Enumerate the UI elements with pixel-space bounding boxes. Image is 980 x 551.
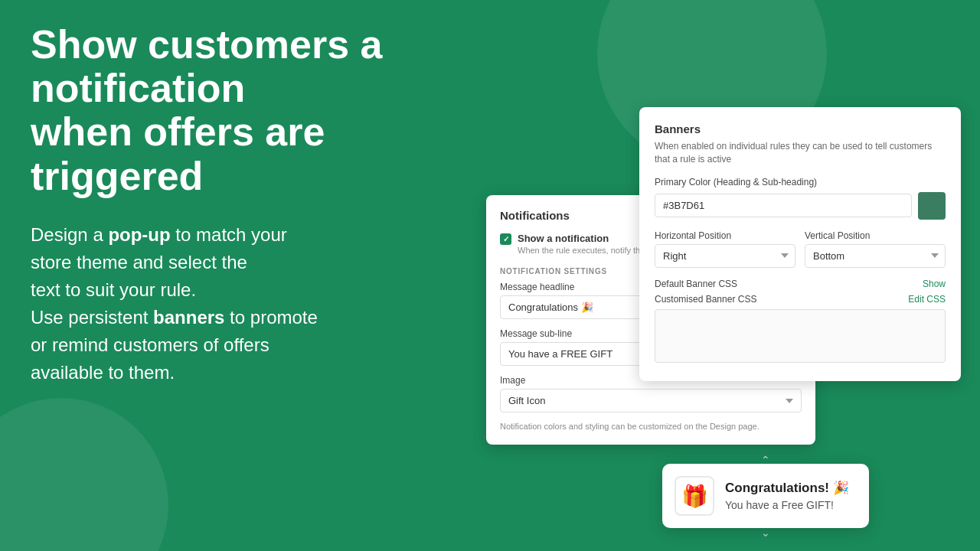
show-css-link[interactable]: Show <box>923 279 946 289</box>
body-text: Design a pop-up to match your store them… <box>31 221 475 386</box>
popup-headline: Congratulations! 🎉 <box>725 481 857 496</box>
hero-section: Show customers a notification when offer… <box>31 23 475 386</box>
info-text: Notification colors and styling can be c… <box>500 422 802 431</box>
customised-css-label: Customised Banner CSS <box>655 294 756 305</box>
main-heading: Show customers a notification when offer… <box>31 23 475 198</box>
show-notification-label: Show a notification <box>518 233 658 244</box>
chevron-down-icon: ⌄ <box>761 527 770 539</box>
default-css-label: Default Banner CSS <box>655 279 737 289</box>
primary-color-row <box>655 192 946 220</box>
primary-color-label: Primary Color (Heading & Sub-heading) <box>655 177 946 187</box>
popup-top-chevrons: ⌃ <box>761 455 770 465</box>
popup-subline: You have a Free GIFT! <box>725 499 857 511</box>
color-swatch[interactable] <box>918 192 946 220</box>
vertical-position-label: Vertical Position <box>805 230 946 241</box>
show-notification-text-group: Show a notification When the rule execut… <box>518 233 658 255</box>
show-notification-sub: When the rule executes, notify the c... <box>518 246 658 255</box>
default-css-row: Default Banner CSS Show <box>655 279 946 289</box>
css-textarea[interactable] <box>655 309 946 363</box>
show-notification-checkbox[interactable] <box>500 233 511 245</box>
bg-decoration-circle-bottom <box>0 398 168 551</box>
chevron-up-icon: ⌃ <box>761 455 770 465</box>
vertical-position-select[interactable]: Bottom Top <box>805 244 946 268</box>
horizontal-position-label: Horizontal Position <box>655 230 795 241</box>
horizontal-position-select[interactable]: Right Left <box>655 244 795 268</box>
popup-gift-icon: 🎁 <box>675 476 714 516</box>
position-row: Horizontal Position Right Left Vertical … <box>655 230 946 268</box>
popup-text-area: Congratulations! 🎉 You have a Free GIFT! <box>725 481 857 510</box>
notification-popup: ⌃ 🎁 Congratulations! 🎉 You have a Free G… <box>662 464 869 528</box>
banners-title: Banners <box>655 122 946 135</box>
horizontal-position-group: Horizontal Position Right Left <box>655 230 795 268</box>
banners-description: When enabled on individual rules they ca… <box>655 140 946 166</box>
edit-css-link[interactable]: Edit CSS <box>908 294 946 305</box>
primary-color-input[interactable] <box>655 194 912 217</box>
image-select[interactable]: Gift Icon Star Icon Heart Icon <box>500 389 802 412</box>
banners-panel: Banners When enabled on individual rules… <box>639 107 961 381</box>
customised-css-row: Customised Banner CSS Edit CSS <box>655 294 946 305</box>
vertical-position-group: Vertical Position Bottom Top <box>805 230 946 268</box>
